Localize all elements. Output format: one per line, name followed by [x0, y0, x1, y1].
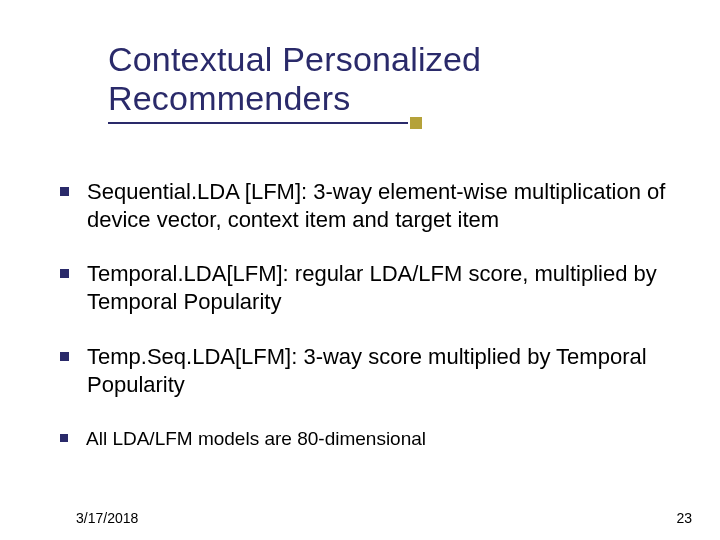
square-bullet-icon — [60, 269, 69, 278]
footer: 3/17/2018 23 — [0, 510, 720, 526]
bullet-text: All LDA/LFM models are 80-dimensional — [86, 427, 426, 451]
title-area: Contextual Personalized Recommenders — [108, 40, 680, 124]
slide-title: Contextual Personalized Recommenders — [108, 40, 680, 118]
list-item: Sequential.LDA [LFM]: 3-way element-wise… — [60, 178, 680, 234]
title-underline — [108, 122, 408, 124]
list-item: All LDA/LFM models are 80-dimensional — [60, 427, 680, 451]
bullet-text: Temp.Seq.LDA[LFM]: 3-way score multiplie… — [87, 343, 680, 399]
square-bullet-icon — [60, 187, 69, 196]
list-item: Temporal.LDA[LFM]: regular LDA/LFM score… — [60, 260, 680, 316]
footer-date: 3/17/2018 — [76, 510, 138, 526]
square-bullet-icon — [60, 434, 68, 442]
slide: Contextual Personalized Recommenders Seq… — [0, 0, 720, 540]
square-bullet-icon — [60, 352, 69, 361]
bullet-text: Temporal.LDA[LFM]: regular LDA/LFM score… — [87, 260, 680, 316]
page-number: 23 — [676, 510, 692, 526]
list-item: Temp.Seq.LDA[LFM]: 3-way score multiplie… — [60, 343, 680, 399]
body-area: Sequential.LDA [LFM]: 3-way element-wise… — [60, 178, 680, 451]
bullet-text: Sequential.LDA [LFM]: 3-way element-wise… — [87, 178, 680, 234]
